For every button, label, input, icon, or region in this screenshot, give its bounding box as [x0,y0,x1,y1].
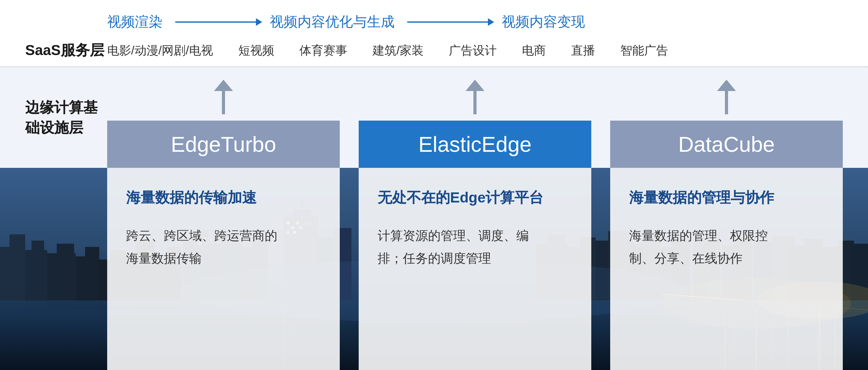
saas-layer-label: SaaS服务层 [25,41,107,60]
products-row: EdgeTurbo ElasticEdge DataCube [107,67,843,168]
saas-item-2: 体育赛事 [300,42,347,59]
page-wrapper: 视频渲染 视频内容优化与生成 视频内容变现 SaaS服务层 电影/动漫/网剧/电… [0,0,868,370]
saas-item-1: 短视频 [238,42,274,59]
flow-label-3: 视频内容变现 [502,12,585,31]
up-arrow-datacube [717,80,736,114]
elasticedge-title: 无处不在的Edge计算平台 [378,187,572,208]
saas-item-0: 电影/动漫/网剧/电视 [107,42,213,59]
saas-item-6: 直播 [571,42,595,59]
saas-item-3: 建筑/家装 [373,42,424,59]
edgeturbo-title: 海量数据的传输加速 [126,187,321,208]
datacube-body: 海量数据的管理、权限控制、分享、在线协作 [629,224,824,270]
edge-layer-label: 边缘计算基础设施层 [25,97,107,138]
product-cards-overlay: 海量数据的传输加速 跨云、跨区域、跨运营商的海量数据传输 无处不在的Edge计算… [0,168,868,370]
flow-arrow-1 [175,22,257,23]
datacube-title: 海量数据的管理与协作 [629,187,824,208]
up-arrow-edgeturbo [214,80,233,114]
top-section: 视频渲染 视频内容优化与生成 视频内容变现 SaaS服务层 电影/动漫/网剧/电… [0,0,868,66]
flow-label-2: 视频内容优化与生成 [270,12,395,31]
product-header-edgeturbo: EdgeTurbo [107,121,340,168]
product-col-datacube: DataCube [610,80,843,168]
bottom-section: 海量数据的传输加速 跨云、跨区域、跨运营商的海量数据传输 无处不在的Edge计算… [0,168,868,370]
product-card-datacube: 海量数据的管理与协作 海量数据的管理、权限控制、分享、在线协作 [610,168,843,370]
flow-label-1: 视频渲染 [107,12,163,31]
product-header-datacube: DataCube [610,121,843,168]
flow-arrow-2 [407,22,489,23]
saas-item-4: 广告设计 [449,42,497,59]
saas-item-5: 电商 [522,42,546,59]
product-col-elasticedge: ElasticEdge [359,80,591,168]
product-header-elasticedge: ElasticEdge [359,121,591,168]
flow-arrow-line-1 [175,22,257,23]
flow-row: 视频渲染 视频内容优化与生成 视频内容变现 [25,12,843,31]
elasticedge-body: 计算资源的管理、调度、编排；任务的调度管理 [378,224,572,270]
edgeturbo-body: 跨云、跨区域、跨运营商的海量数据传输 [126,224,321,270]
product-card-elasticedge: 无处不在的Edge计算平台 计算资源的管理、调度、编排；任务的调度管理 [359,168,591,370]
up-arrow-elasticedge [466,80,485,114]
middle-section: 边缘计算基础设施层 EdgeTurbo ElasticEdge DataCube [0,67,868,168]
flow-arrow-line-2 [407,22,489,23]
product-card-edgeturbo: 海量数据的传输加速 跨云、跨区域、跨运营商的海量数据传输 [107,168,340,370]
saas-item-7: 智能广告 [620,42,668,59]
product-col-edgeturbo: EdgeTurbo [107,80,340,168]
saas-row: SaaS服务层 电影/动漫/网剧/电视 短视频 体育赛事 建筑/家装 广告设计 … [25,41,843,66]
saas-items: 电影/动漫/网剧/电视 短视频 体育赛事 建筑/家装 广告设计 电商 直播 智能… [107,42,843,59]
edge-label-container: 边缘计算基础设施层 [25,67,107,168]
